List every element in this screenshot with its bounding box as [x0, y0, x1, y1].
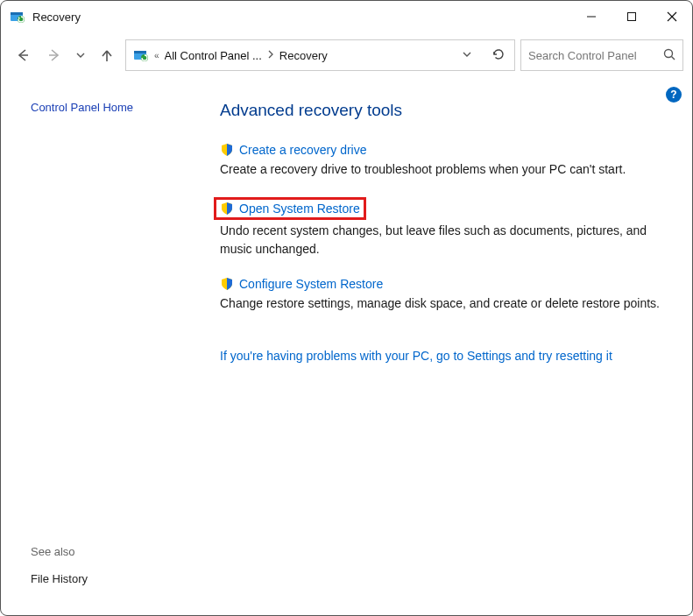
highlighted-box: Open System Restore — [214, 197, 366, 220]
breadcrumb-chevron-icon: « — [154, 51, 159, 60]
up-button[interactable] — [94, 42, 120, 68]
svg-rect-10 — [134, 51, 146, 53]
create-recovery-drive-link[interactable]: Create a recovery drive — [239, 143, 367, 157]
page-heading: Advanced recovery tools — [220, 101, 668, 120]
address-bar[interactable]: « All Control Panel ... Recovery — [125, 39, 515, 71]
search-icon — [663, 48, 675, 63]
window: Recovery « All Control Panel ... Recover… — [0, 0, 693, 616]
navbar: « All Control Panel ... Recovery — [1, 32, 692, 78]
svg-point-12 — [665, 49, 673, 57]
help-icon[interactable]: ? — [666, 87, 682, 103]
svg-rect-4 — [628, 13, 636, 21]
address-dropdown[interactable] — [458, 49, 476, 62]
see-also-label: See also — [31, 545, 220, 558]
titlebar: Recovery — [1, 1, 692, 32]
content-area: ? Control Panel Home See also File Histo… — [1, 78, 692, 615]
open-system-restore-link[interactable]: Open System Restore — [239, 202, 360, 216]
refresh-button[interactable] — [490, 47, 507, 64]
forward-button[interactable] — [41, 42, 67, 68]
maximize-button[interactable] — [612, 1, 652, 32]
svg-rect-1 — [11, 12, 23, 15]
location-icon — [133, 47, 149, 63]
window-controls — [571, 1, 692, 32]
tool-item-configure-system-restore: Configure System Restore Change restore … — [220, 277, 668, 312]
svg-line-13 — [672, 56, 675, 60]
breadcrumb-chevron-icon — [267, 50, 274, 60]
search-input[interactable] — [528, 49, 658, 62]
shield-icon — [220, 277, 234, 291]
shield-icon — [220, 202, 234, 216]
breadcrumb-segment[interactable]: Recovery — [279, 49, 328, 62]
window-title: Recovery — [32, 11, 571, 24]
tool-item-open-system-restore: Open System Restore Undo recent system c… — [220, 197, 668, 258]
app-icon — [10, 9, 25, 25]
search-box[interactable] — [520, 39, 683, 71]
configure-system-restore-link[interactable]: Configure System Restore — [239, 277, 383, 291]
sidebar: Control Panel Home See also File History — [1, 78, 220, 615]
main-panel: Advanced recovery tools Create a recover… — [220, 78, 692, 615]
file-history-link[interactable]: File History — [31, 572, 88, 585]
close-button[interactable] — [652, 1, 692, 32]
shield-icon — [220, 143, 234, 157]
control-panel-home-link[interactable]: Control Panel Home — [31, 101, 220, 114]
back-button[interactable] — [10, 42, 36, 68]
recent-dropdown[interactable] — [73, 42, 88, 68]
tool-description: Create a recovery drive to troubleshoot … — [220, 160, 668, 178]
minimize-button[interactable] — [571, 1, 612, 32]
tool-description: Undo recent system changes, but leave fi… — [220, 222, 668, 258]
tool-item-create-recovery-drive: Create a recovery drive Create a recover… — [220, 143, 668, 178]
sidebar-footer: See also File History — [31, 545, 220, 601]
tool-description: Change restore settings, manage disk spa… — [220, 294, 668, 312]
breadcrumb-segment[interactable]: All Control Panel ... — [165, 49, 262, 62]
reset-pc-link[interactable]: If you're having problems with your PC, … — [220, 349, 612, 363]
